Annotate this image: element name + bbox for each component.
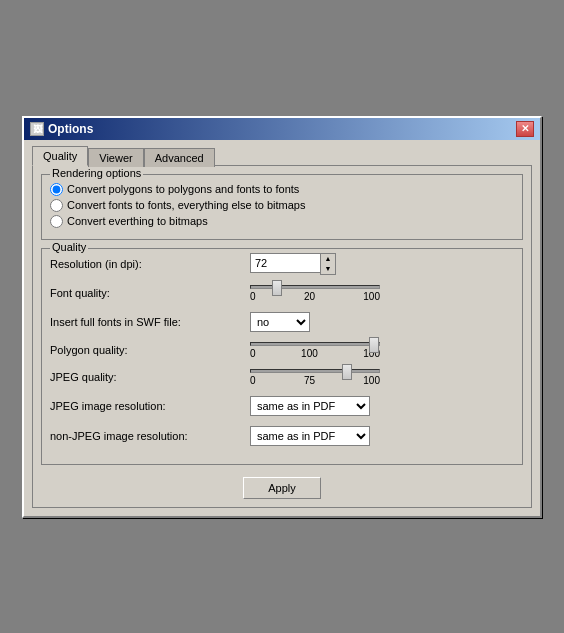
resolution-spin-btns: ▲ ▼	[320, 253, 336, 275]
jpeg-resolution-label: JPEG image resolution:	[50, 400, 250, 412]
rendering-options: Convert polygons to polygons and fonts t…	[50, 183, 514, 228]
insert-fonts-control: no yes	[250, 312, 310, 332]
tab-bar: Quality Viewer Advanced	[32, 146, 532, 165]
jpeg-quality-label: JPEG quality:	[50, 371, 250, 383]
font-quality-row: Font quality: 0 20 100	[50, 285, 514, 302]
radio-all-bitmaps[interactable]	[50, 215, 63, 228]
resolution-up-btn[interactable]: ▲	[321, 254, 335, 264]
polygon-quality-track	[250, 342, 380, 346]
font-quality-slider-container: 0 20 100	[250, 285, 380, 302]
font-quality-labels: 0 20 100	[250, 291, 380, 302]
jpeg-quality-row: JPEG quality: 0 75 100	[50, 369, 514, 386]
font-quality-control: 0 20 100	[250, 285, 380, 302]
radio-row-2: Convert fonts to fonts, everything else …	[50, 199, 514, 212]
options-window: 🖼 Options ✕ Quality Viewer Advanced Rend…	[22, 116, 542, 518]
font-quality-val: 20	[304, 291, 315, 302]
jpeg-quality-thumb[interactable]	[342, 364, 352, 380]
polygon-quality-labels: 0 100 100	[250, 348, 380, 359]
non-jpeg-resolution-row: non-JPEG image resolution: same as in PD…	[50, 426, 514, 446]
resolution-spinbox: 72 ▲ ▼	[250, 253, 336, 275]
radio-fonts-bitmaps[interactable]	[50, 199, 63, 212]
polygon-quality-val: 100	[301, 348, 318, 359]
resolution-down-btn[interactable]: ▼	[321, 264, 335, 274]
polygon-quality-min: 0	[250, 348, 256, 359]
title-bar: 🖼 Options ✕	[24, 118, 540, 140]
jpeg-resolution-control: same as in PDF 72 dpi 96 dpi 150 dpi 300…	[250, 396, 370, 416]
jpeg-resolution-select[interactable]: same as in PDF 72 dpi 96 dpi 150 dpi 300…	[250, 396, 370, 416]
apply-row: Apply	[41, 477, 523, 499]
jpeg-quality-val: 75	[304, 375, 315, 386]
resolution-row: Resolution (in dpi): 72 ▲ ▼	[50, 253, 514, 275]
rendering-label: Rendering options	[50, 167, 143, 179]
insert-fonts-row: Insert full fonts in SWF file: no yes	[50, 312, 514, 332]
jpeg-quality-labels: 0 75 100	[250, 375, 380, 386]
quality-section: Quality Resolution (in dpi): 72 ▲ ▼	[41, 248, 523, 465]
non-jpeg-resolution-control: same as in PDF 72 dpi 96 dpi 150 dpi 300…	[250, 426, 370, 446]
jpeg-quality-max: 100	[363, 375, 380, 386]
radio-label-2: Convert fonts to fonts, everything else …	[67, 199, 305, 211]
apply-button[interactable]: Apply	[243, 477, 321, 499]
radio-polygons-fonts[interactable]	[50, 183, 63, 196]
polygon-quality-control: 0 100 100	[250, 342, 380, 359]
resolution-control: 72 ▲ ▼	[250, 253, 336, 275]
jpeg-quality-track	[250, 369, 380, 373]
polygon-quality-row: Polygon quality: 0 100 100	[50, 342, 514, 359]
window-icon: 🖼	[30, 122, 44, 136]
title-bar-text: 🖼 Options	[30, 122, 93, 136]
jpeg-quality-slider-wrap	[250, 369, 380, 373]
font-quality-max: 100	[363, 291, 380, 302]
jpeg-quality-control: 0 75 100	[250, 369, 380, 386]
tab-viewer[interactable]: Viewer	[88, 148, 143, 167]
radio-label-1: Convert polygons to polygons and fonts t…	[67, 183, 299, 195]
tab-advanced[interactable]: Advanced	[144, 148, 215, 167]
font-quality-thumb[interactable]	[272, 280, 282, 296]
font-quality-track	[250, 285, 380, 289]
polygon-quality-slider-container: 0 100 100	[250, 342, 380, 359]
radio-row-3: Convert everthing to bitmaps	[50, 215, 514, 228]
jpeg-quality-slider-container: 0 75 100	[250, 369, 380, 386]
window-title: Options	[48, 122, 93, 136]
non-jpeg-resolution-label: non-JPEG image resolution:	[50, 430, 250, 442]
radio-row-1: Convert polygons to polygons and fonts t…	[50, 183, 514, 196]
polygon-quality-thumb[interactable]	[369, 337, 379, 353]
non-jpeg-resolution-select[interactable]: same as in PDF 72 dpi 96 dpi 150 dpi 300…	[250, 426, 370, 446]
jpeg-quality-min: 0	[250, 375, 256, 386]
close-button[interactable]: ✕	[516, 121, 534, 137]
font-quality-slider-wrap	[250, 285, 380, 289]
insert-fonts-label: Insert full fonts in SWF file:	[50, 316, 250, 328]
insert-fonts-select[interactable]: no yes	[250, 312, 310, 332]
tab-content: Rendering options Convert polygons to po…	[32, 165, 532, 508]
jpeg-resolution-row: JPEG image resolution: same as in PDF 72…	[50, 396, 514, 416]
radio-label-3: Convert everthing to bitmaps	[67, 215, 208, 227]
resolution-label: Resolution (in dpi):	[50, 258, 250, 270]
font-quality-label: Font quality:	[50, 287, 250, 299]
tab-quality[interactable]: Quality	[32, 146, 88, 166]
resolution-input[interactable]: 72	[250, 253, 320, 273]
quality-label: Quality	[50, 241, 88, 253]
polygon-quality-label: Polygon quality:	[50, 344, 250, 356]
font-quality-min: 0	[250, 291, 256, 302]
polygon-quality-slider-wrap	[250, 342, 380, 346]
window-body: Quality Viewer Advanced Rendering option…	[24, 140, 540, 516]
rendering-section: Rendering options Convert polygons to po…	[41, 174, 523, 240]
